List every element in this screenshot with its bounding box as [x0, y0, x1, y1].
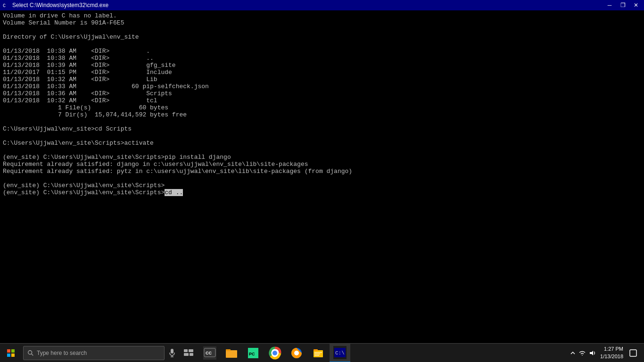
close-button[interactable]: ✕ — [630, 1, 642, 9]
taskbar-app-pycharm[interactable]: PC — [243, 344, 264, 362]
files-icon — [312, 346, 325, 360]
svg-marker-33 — [590, 351, 593, 355]
svg-point-22 — [273, 351, 277, 355]
cmd-taskbar-icon: C:\ — [333, 346, 347, 359]
svg-rect-34 — [630, 350, 636, 356]
system-clock[interactable]: 1:27 PM 1/13/2018 — [600, 346, 623, 360]
svg-rect-8 — [189, 349, 193, 352]
svg-text:C:\: C:\ — [335, 350, 345, 356]
caption-app-icon: CC — [203, 346, 216, 360]
windows-logo-icon — [7, 349, 15, 357]
explorer-icon — [225, 346, 238, 360]
clock-time: 1:27 PM — [600, 346, 623, 353]
taskbar-app-firefox[interactable] — [286, 344, 307, 362]
cmd-icon: C — [2, 1, 9, 9]
svg-rect-7 — [184, 349, 188, 352]
taskbar-app-caption[interactable]: CC — [199, 344, 220, 362]
svg-rect-4 — [171, 349, 173, 354]
notification-center-button[interactable] — [627, 344, 639, 362]
minimize-button[interactable]: ─ — [603, 1, 616, 9]
search-placeholder: Type here to search — [37, 350, 87, 356]
titlebar: C Select C:\Windows\system32\cmd.exe ─ ❐… — [0, 0, 644, 10]
window-title: Select C:\Windows\system32\cmd.exe — [12, 2, 108, 8]
titlebar-left: C Select C:\Windows\system32\cmd.exe — [2, 1, 108, 9]
svg-point-2 — [28, 350, 32, 354]
system-tray-icons — [570, 350, 596, 356]
taskbar-app-chrome[interactable] — [264, 344, 285, 362]
svg-rect-16 — [226, 349, 231, 351]
svg-text:C: C — [3, 3, 6, 8]
svg-rect-26 — [314, 349, 318, 351]
task-view-icon — [184, 349, 193, 357]
pycharm-icon: PC — [247, 346, 260, 360]
svg-point-24 — [294, 351, 299, 355]
search-icon — [27, 350, 34, 356]
taskbar-right: 1:27 PM 1/13/2018 — [565, 344, 644, 362]
svg-rect-29 — [314, 355, 319, 356]
svg-text:PC: PC — [249, 352, 255, 356]
svg-rect-10 — [190, 353, 193, 356]
taskbar: Type here to search CC — [0, 343, 644, 362]
svg-line-3 — [32, 354, 33, 355]
restore-button[interactable]: ❐ — [617, 1, 629, 9]
search-bar[interactable]: Type here to search — [23, 346, 165, 360]
svg-rect-9 — [184, 353, 189, 356]
notification-icon — [629, 349, 637, 357]
svg-text:CC: CC — [206, 351, 212, 355]
svg-rect-15 — [226, 350, 237, 358]
chrome-icon — [268, 346, 281, 360]
start-button[interactable] — [0, 344, 21, 362]
taskbar-app-files[interactable] — [308, 344, 329, 362]
microphone-button[interactable] — [165, 344, 180, 362]
taskbar-app-cmd[interactable]: C:\ — [330, 344, 350, 362]
svg-rect-27 — [314, 352, 322, 353]
show-hidden-icons-button[interactable] — [570, 350, 576, 356]
clock-date: 1/13/2018 — [600, 353, 623, 360]
microphone-icon — [169, 349, 175, 357]
window-controls: ─ ❐ ✕ — [603, 1, 642, 9]
firefox-icon — [290, 346, 303, 360]
svg-rect-28 — [314, 354, 320, 354]
volume-icon — [589, 350, 596, 356]
taskbar-app-explorer[interactable] — [221, 344, 242, 362]
taskbar-apps: CC PC — [199, 344, 565, 362]
task-view-button[interactable] — [180, 344, 198, 362]
terminal-output: Volume in drive C has no label. Volume S… — [0, 10, 644, 343]
wifi-icon — [578, 350, 586, 356]
